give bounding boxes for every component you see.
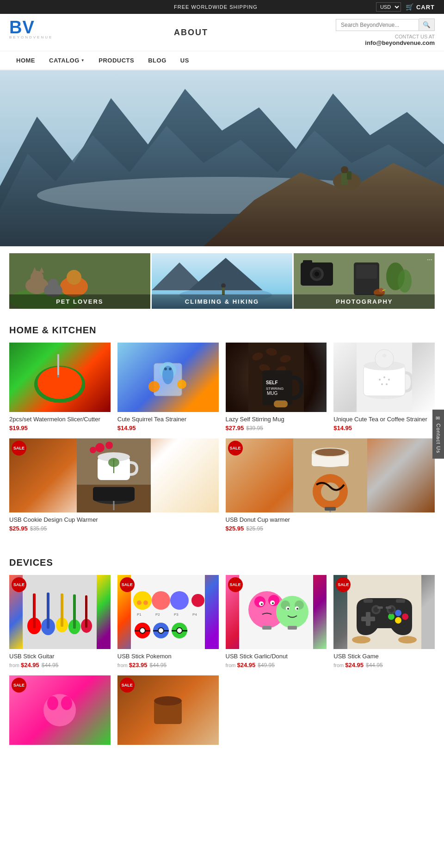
header: B V BEYONDVENUE ABOUT 🔍 CONTACT US AT in… <box>0 14 444 51</box>
product-img-game: SALE <box>333 575 435 649</box>
product-price-tea-strainer: $14.95 <box>333 425 352 431</box>
svg-point-164 <box>43 694 76 726</box>
cat-tile-pets[interactable]: PET LOVERS <box>9 253 150 309</box>
product-price-game: $24.95 <box>345 662 364 668</box>
nav-catalog[interactable]: CATALOG ▼ <box>42 51 92 69</box>
svg-point-68 <box>388 379 390 381</box>
product-price-orig-donut: $25.95 <box>246 525 263 532</box>
hero-banner <box>0 70 444 246</box>
product-name-tea-strainer: Unique Cute Tea or Coffee Strainer <box>333 416 435 423</box>
svg-text:P4: P4 <box>192 612 197 617</box>
product-watermelon[interactable]: 2pcs/set Watermelon Slicer/Cutter $19.95 <box>9 343 111 431</box>
svg-text:SELF: SELF <box>266 380 278 385</box>
sale-badge-garlic: SALE <box>228 577 243 592</box>
cat-tile-climbing[interactable]: CLIMBING & HIKING <box>152 253 293 309</box>
product-name-squirrel: Cute Squirrel Tea Strainer <box>117 416 219 423</box>
product-price-cup-warmer: $25.95 <box>9 525 28 532</box>
svg-point-151 <box>402 613 408 620</box>
product-game[interactable]: SALE <box>333 575 435 668</box>
product-guitar[interactable]: SALE <box>9 575 111 668</box>
svg-rect-74 <box>93 487 135 501</box>
search-icon: 🔍 <box>423 21 431 28</box>
price-from-garlic: from <box>226 662 236 668</box>
product-img-sale1: SALE <box>9 675 111 745</box>
svg-text:P3: P3 <box>174 612 179 617</box>
product-price-watermelon: $19.95 <box>9 425 28 431</box>
contact-sidebar-icon: ✉ <box>435 415 441 421</box>
top-bar: FREE WORLDWIDE SHIPPING USD EUR GBP 🛒 CA… <box>0 0 444 14</box>
nav-products[interactable]: PRODUCTS <box>92 51 141 69</box>
product-sale-extra-1[interactable]: SALE <box>9 675 111 749</box>
nav-blog[interactable]: BLOG <box>141 51 173 69</box>
svg-text:P1: P1 <box>137 612 142 617</box>
search-input[interactable] <box>336 19 419 31</box>
product-squirrel[interactable]: Cute Squirrel Tea Strainer $14.95 <box>117 343 219 431</box>
product-donut[interactable]: SALE <box>226 438 435 532</box>
svg-point-137 <box>272 602 274 604</box>
product-img-tea-strainer <box>333 343 435 412</box>
pokemon-svg: P1 P2 P3 P4 <box>131 575 205 649</box>
product-stirring-mug[interactable]: SELF STIRRING MUG Lazy Self Stirring Mug… <box>226 343 327 431</box>
shipping-message: FREE WORLDWIDE SHIPPING <box>56 4 376 10</box>
svg-point-113 <box>170 591 189 610</box>
sale-badge-cup-warmer: SALE <box>12 441 26 456</box>
cat-label-photo: PHOTOGRAPHY <box>294 294 435 309</box>
svg-rect-160 <box>377 606 383 609</box>
svg-rect-59 <box>274 400 288 407</box>
product-tea-strainer[interactable]: Unique Cute Tea or Coffee Strainer $14.9… <box>333 343 435 431</box>
svg-point-166 <box>61 696 72 710</box>
svg-point-83 <box>90 447 96 453</box>
svg-point-107 <box>143 594 148 600</box>
svg-point-136 <box>261 603 263 605</box>
svg-point-79 <box>108 458 119 467</box>
svg-point-119 <box>140 628 145 633</box>
product-cup-warmer[interactable]: SALE <box>9 438 219 532</box>
nav-home[interactable]: HOME <box>9 51 42 69</box>
page-title: ABOUT <box>174 28 208 37</box>
garlic-svg <box>239 575 313 649</box>
home-kitchen-section: HOME & KITCHEN 2pcs/set Watermelon Slice… <box>0 316 444 548</box>
svg-point-82 <box>105 442 113 449</box>
svg-point-108 <box>137 600 142 605</box>
svg-point-47 <box>148 381 160 392</box>
svg-point-88 <box>315 449 345 456</box>
svg-rect-97 <box>47 593 49 629</box>
category-tiles: PET LOVERS <box>0 246 444 316</box>
contact-email[interactable]: info@beyondvenue.com <box>365 39 435 46</box>
currency-select[interactable]: USD EUR GBP <box>376 2 401 12</box>
svg-point-165 <box>47 696 58 710</box>
sale-badge-pokemon: SALE <box>120 577 135 592</box>
svg-point-46 <box>169 368 172 370</box>
cat-label-pets: PET LOVERS <box>9 294 150 309</box>
game-svg <box>347 575 421 649</box>
logo[interactable]: B V BEYONDVENUE <box>9 19 46 46</box>
product-pokemon[interactable]: SALE <box>117 575 219 668</box>
svg-point-114 <box>173 594 179 600</box>
price-from-game: from <box>333 662 344 668</box>
svg-point-37 <box>398 269 412 293</box>
extra1-svg <box>37 687 83 733</box>
svg-text:STIRRING: STIRRING <box>266 387 284 391</box>
cat-tile-photo[interactable]: ··· PHOTOGRAPHY <box>294 253 435 309</box>
product-sale-extra-2[interactable]: SALE <box>117 675 219 749</box>
product-img-guitar: SALE <box>9 575 111 649</box>
product-price-orig-garlic: $49.95 <box>258 662 275 668</box>
nav-us[interactable]: US <box>173 51 196 69</box>
svg-point-16 <box>67 270 81 285</box>
svg-point-109 <box>143 600 148 605</box>
svg-point-65 <box>382 354 386 357</box>
search-button[interactable]: 🔍 <box>419 19 435 31</box>
strainer-svg <box>357 343 412 412</box>
svg-rect-99 <box>61 593 63 627</box>
svg-point-48 <box>177 380 186 389</box>
contact-sidebar[interactable]: ✉ Contact Us <box>432 409 444 458</box>
product-name-pokemon: USB Stick Pokemon <box>117 653 219 660</box>
svg-point-144 <box>296 608 298 610</box>
logo-v: V <box>22 19 34 36</box>
svg-rect-145 <box>262 626 271 630</box>
hero-svg <box>0 70 444 246</box>
sale-badge-game: SALE <box>336 577 351 592</box>
product-garlic[interactable]: SALE <box>226 575 327 668</box>
svg-rect-7 <box>341 173 348 185</box>
cart-button[interactable]: 🛒 CART <box>406 3 435 11</box>
